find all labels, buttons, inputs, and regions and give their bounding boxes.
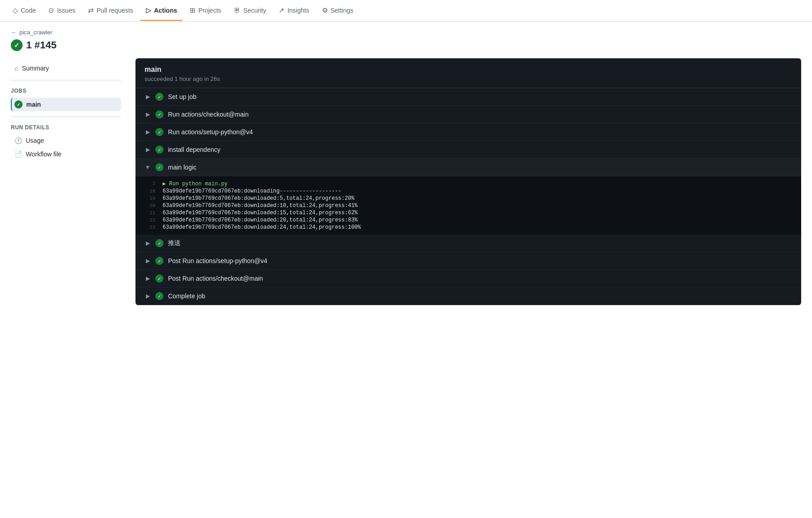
nav-item-settings[interactable]: ⚙Settings <box>317 1 359 21</box>
step-checkout: ▶ ✓ Run actions/checkout@main <box>135 106 801 123</box>
step-push: ▶ ✓ 推送 <box>135 235 801 252</box>
pull-requests-nav-label: Pull requests <box>97 7 133 14</box>
step-success-main-logic: ✓ <box>155 163 163 171</box>
projects-nav-icon: ⊞ <box>190 6 196 14</box>
line-number: 1 <box>135 180 163 186</box>
step-main-logic: ▼ ✓ main logic 1 ▶ Run python main.py 18… <box>135 159 801 235</box>
log-lines-main-logic: 1 ▶ Run python main.py 18 63a99defe19b77… <box>135 176 801 235</box>
step-complete-job: ▶ ✓ Complete job <box>135 287 801 305</box>
sidebar-job-main[interactable]: ✓ main <box>11 98 121 111</box>
back-link[interactable]: ← pica_crawler <box>11 29 801 36</box>
main-split: ⌂ Summary Jobs ✓ main Run details 🕐 Usag… <box>11 58 801 305</box>
step-success-push: ✓ <box>155 239 163 247</box>
back-arrow-icon: ← <box>11 29 17 36</box>
line-content: ▶ Run python main.py <box>163 180 228 187</box>
usage-icon: 🕐 <box>14 137 22 144</box>
step-label-push: 推送 <box>168 239 181 247</box>
job-success-icon: ✓ <box>14 100 23 108</box>
home-icon: ⌂ <box>14 65 18 72</box>
top-nav: ◇Code⊙Issues⇄Pull requests▷Actions⊞Proje… <box>0 0 812 22</box>
nav-item-actions[interactable]: ▷Actions <box>140 1 182 21</box>
nav-item-pull-requests[interactable]: ⇄Pull requests <box>83 1 139 21</box>
nav-item-security[interactable]: ⛨Security <box>229 1 272 20</box>
sidebar: ⌂ Summary Jobs ✓ main Run details 🕐 Usag… <box>11 58 128 305</box>
issues-nav-icon: ⊙ <box>48 6 54 14</box>
step-success-setup-python: ✓ <box>155 128 163 136</box>
line-number: 21 <box>135 210 163 216</box>
security-nav-label: Security <box>243 7 266 14</box>
step-post-setup-python: ▶ ✓ Post Run actions/setup-python@v4 <box>135 252 801 270</box>
line-content: 63a99defe19b7769cd7067eb:downloaded:10,t… <box>163 202 358 209</box>
nav-item-projects[interactable]: ⊞Projects <box>184 1 227 21</box>
line-content: 63a99defe19b7769cd7067eb:downloading----… <box>163 188 341 194</box>
settings-nav-icon: ⚙ <box>322 6 328 14</box>
step-row-checkout[interactable]: ▶ ✓ Run actions/checkout@main <box>135 106 801 123</box>
step-row-setup-python[interactable]: ▶ ✓ Run actions/setup-python@v4 <box>135 123 801 141</box>
chevron-icon-post-setup-python: ▶ <box>145 258 151 264</box>
step-success-checkout: ✓ <box>155 110 163 118</box>
step-label-post-setup-python: Post Run actions/setup-python@v4 <box>168 257 267 264</box>
sidebar-item-workflow-file[interactable]: 📄 Workflow file <box>11 148 121 160</box>
step-row-install-dep[interactable]: ▶ ✓ install dependency <box>135 141 801 159</box>
step-row-complete-job[interactable]: ▶ ✓ Complete job <box>135 287 801 305</box>
line-number: 23 <box>135 224 163 230</box>
step-success-setup-job: ✓ <box>155 93 163 101</box>
line-content: 63a99defe19b7769cd7067eb:downloaded:5,to… <box>163 195 355 202</box>
line-content: 63a99defe19b7769cd7067eb:downloaded:24,t… <box>163 224 361 231</box>
log-line: 22 63a99defe19b7769cd7067eb:downloaded:2… <box>135 217 801 224</box>
step-success-install-dep: ✓ <box>155 146 163 154</box>
security-nav-icon: ⛨ <box>234 6 241 14</box>
chevron-icon-checkout: ▶ <box>145 111 151 118</box>
step-success-post-checkout: ✓ <box>155 274 163 283</box>
breadcrumb-repo-name: pica_crawler <box>19 29 52 36</box>
log-header: main succeeded 1 hour ago in 26s <box>135 58 801 88</box>
sidebar-item-usage[interactable]: 🕐 Usage <box>11 134 121 147</box>
step-label-install-dep: install dependency <box>168 146 220 153</box>
usage-label: Usage <box>26 137 44 144</box>
chevron-icon-push: ▶ <box>145 240 151 246</box>
step-row-setup-job[interactable]: ▶ ✓ Set up job <box>135 88 801 106</box>
step-success-post-setup-python: ✓ <box>155 257 163 265</box>
steps-list: ▶ ✓ Set up job ▶ ✓ Run actions/checkout@… <box>135 88 801 305</box>
nav-item-code[interactable]: ◇Code <box>7 1 41 21</box>
jobs-section-label: Jobs <box>11 88 121 94</box>
workflow-file-label: Workflow file <box>26 151 61 158</box>
issues-nav-label: Issues <box>57 7 75 14</box>
log-panel: main succeeded 1 hour ago in 26s ▶ ✓ Set… <box>135 58 801 305</box>
nav-item-insights[interactable]: ↗Insights <box>273 1 314 21</box>
step-label-setup-job: Set up job <box>168 93 196 100</box>
chevron-icon-post-checkout: ▶ <box>145 275 151 282</box>
actions-nav-icon: ▷ <box>146 6 151 14</box>
code-nav-label: Code <box>21 7 36 14</box>
page-container: ← pica_crawler ✓ 1 #145 ⌂ Summary Jobs ✓… <box>0 22 812 305</box>
chevron-icon-main-logic: ▼ <box>145 164 151 170</box>
step-row-post-checkout[interactable]: ▶ ✓ Post Run actions/checkout@main <box>135 270 801 287</box>
chevron-icon-setup-python: ▶ <box>145 129 151 135</box>
insights-nav-label: Insights <box>287 7 309 14</box>
sidebar-item-summary[interactable]: ⌂ Summary <box>11 62 121 75</box>
step-label-checkout: Run actions/checkout@main <box>168 111 248 118</box>
log-line: 20 63a99defe19b7769cd7067eb:downloaded:1… <box>135 202 801 209</box>
run-title: ✓ 1 #145 <box>11 39 801 51</box>
summary-label: Summary <box>22 65 49 72</box>
step-label-complete-job: Complete job <box>168 292 205 300</box>
line-number: 20 <box>135 202 163 208</box>
workflow-file-icon: 📄 <box>14 151 22 158</box>
step-setup-job: ▶ ✓ Set up job <box>135 88 801 106</box>
pull-requests-nav-icon: ⇄ <box>88 6 94 14</box>
step-row-main-logic[interactable]: ▼ ✓ main logic <box>135 159 801 176</box>
step-setup-python: ▶ ✓ Run actions/setup-python@v4 <box>135 123 801 141</box>
run-status-badge: ✓ <box>11 39 23 51</box>
log-line: 21 63a99defe19b7769cd7067eb:downloaded:1… <box>135 209 801 217</box>
jobs-list: ✓ main <box>11 98 121 111</box>
sidebar-divider-1 <box>11 80 121 80</box>
step-row-post-setup-python[interactable]: ▶ ✓ Post Run actions/setup-python@v4 <box>135 252 801 270</box>
chevron-icon-install-dep: ▶ <box>145 146 151 153</box>
nav-item-issues[interactable]: ⊙Issues <box>43 1 80 21</box>
step-row-push[interactable]: ▶ ✓ 推送 <box>135 235 801 252</box>
log-line: 19 63a99defe19b7769cd7067eb:downloaded:5… <box>135 195 801 202</box>
line-number: 19 <box>135 195 163 201</box>
breadcrumb-area: ← pica_crawler ✓ 1 #145 <box>11 29 801 51</box>
line-content: 63a99defe19b7769cd7067eb:downloaded:15,t… <box>163 210 358 216</box>
line-content: 63a99defe19b7769cd7067eb:downloaded:20,t… <box>163 217 358 223</box>
